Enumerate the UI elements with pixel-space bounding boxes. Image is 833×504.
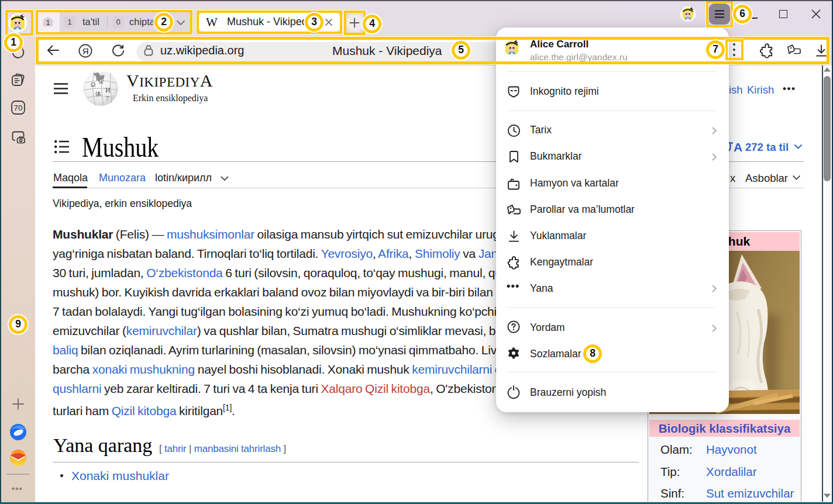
svg-text:W: W	[98, 79, 104, 85]
svg-text:R: R	[82, 46, 89, 56]
svg-text:7: 7	[106, 95, 109, 102]
svg-text:Ω: Ω	[91, 81, 95, 88]
svg-text:70: 70	[13, 103, 22, 112]
svg-text:И: И	[105, 86, 111, 94]
svg-text:体: 体	[95, 91, 101, 97]
svg-text:1: 1	[46, 18, 50, 27]
